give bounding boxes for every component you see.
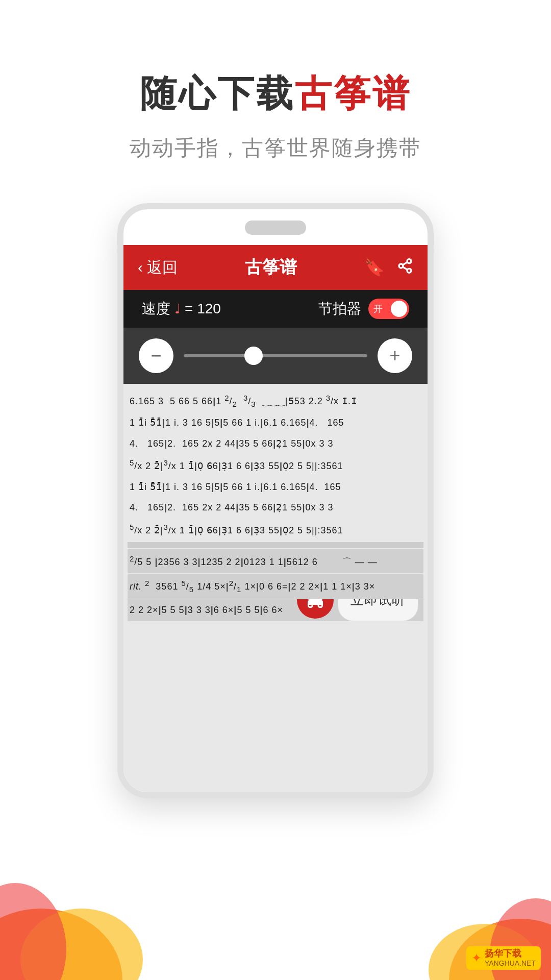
main-title: 随心下载古筝谱: [0, 71, 551, 115]
app-header: ‹ 返回 古筝谱 🔖: [123, 245, 428, 290]
minus-icon: −: [151, 345, 161, 366]
music-row-1: 6.165 3 5 66 5 66|1 2/2 3/3 ‿‿‿|5̄53 2.2…: [128, 389, 423, 412]
app-title: 古筝谱: [245, 256, 297, 279]
phone-screen: ‹ 返回 古筝谱 🔖 速度 ♩: [123, 245, 428, 792]
music-row-9: rit. 2 3561 5/5 1/4 5×|2/1 1×|0 6 6=|2 2…: [128, 574, 423, 599]
speed-value: = 120: [185, 301, 221, 317]
note-icon: ♩: [174, 301, 181, 317]
metronome-toggle[interactable]: 开: [368, 299, 409, 319]
svg-line-10: [403, 262, 407, 265]
watermark-icon: ✦: [471, 951, 482, 965]
music-row-2: 1 1̄i 5̄1̄|1 i. 3 16 5|5|5 66 1 i.|6.1 6…: [128, 413, 423, 433]
slider-thumb: [244, 347, 263, 365]
toggle-knob: [391, 301, 407, 317]
svg-point-8: [407, 268, 411, 273]
svg-line-9: [403, 267, 407, 270]
speed-slider[interactable]: [184, 354, 367, 357]
decrease-button[interactable]: −: [139, 338, 173, 373]
music-row-5: 1 1̄i 5̄1̄|1 i. 3 16 5|5|5 66 1 i.|6.1 6…: [128, 477, 423, 498]
share-icon[interactable]: [397, 258, 413, 278]
music-row-3: 4. 165|2. 165 2x 2 44|35 5 66|2̣1 55|0x …: [128, 434, 423, 454]
listen-icon: [297, 599, 334, 619]
svg-point-1: [20, 909, 143, 980]
music-row-4: 5/x 2 2̄|3/x 1 1̄|0̣ 6̄6|3̣1 6 6|3̣3 55|…: [128, 454, 423, 477]
back-chevron-icon: ‹: [138, 259, 143, 276]
listen-button-container[interactable]: 立即试听: [297, 599, 418, 622]
svg-point-7: [399, 264, 403, 268]
toggle-on-label: 开: [373, 303, 383, 315]
phone-container: ‹ 返回 古筝谱 🔖 速度 ♩: [0, 203, 551, 798]
watermark: ✦ 扬华下载 YANGHUA.NET: [466, 946, 541, 970]
slider-area: − +: [123, 328, 428, 384]
title-highlight: 古筝谱: [295, 73, 411, 114]
header-icons: 🔖: [364, 258, 413, 278]
speed-section: 速度 ♩ = 120: [142, 299, 221, 318]
svg-point-6: [407, 259, 411, 263]
music-row-6: 4. 165|2. 165 2x 2 44|35 5 66|2̣1 55|0x …: [128, 498, 423, 518]
metronome-label: 节拍器: [318, 299, 361, 318]
title-part1: 随心下载: [140, 73, 295, 114]
phone-mockup: ‹ 返回 古筝谱 🔖 速度 ♩: [117, 203, 434, 798]
phone-speaker: [245, 220, 306, 235]
plus-icon: +: [389, 345, 400, 366]
back-label: 返回: [147, 257, 178, 278]
back-button[interactable]: ‹ 返回: [138, 257, 178, 278]
watermark-text: 扬华下载: [485, 948, 536, 960]
header-section: 随心下载古筝谱 动动手指，古筝世界随身携带: [0, 0, 551, 193]
svg-point-0: [0, 909, 122, 980]
music-row-8: 2/5 5 |2356 3 3|1235 2 2|0123 1 1|5612 6…: [128, 549, 423, 574]
speed-bar: 速度 ♩ = 120 节拍器 开: [123, 290, 428, 328]
metronome-section: 节拍器 开: [318, 299, 409, 319]
speed-text: 速度: [142, 299, 170, 318]
decor-left: [0, 817, 153, 980]
increase-button[interactable]: +: [378, 338, 412, 373]
subtitle: 动动手指，古筝世界随身携带: [0, 134, 551, 162]
sheet-music: 6.165 3 5 66 5 66|1 2/2 3/3 ‿‿‿|5̄53 2.2…: [123, 384, 428, 792]
section-separator: [128, 542, 423, 548]
bookmark-icon[interactable]: 🔖: [364, 258, 385, 277]
listen-label[interactable]: 立即试听: [338, 599, 418, 622]
svg-point-2: [0, 883, 66, 980]
music-row-7: 5/x 2 2̄|3/x 1 1̄|0̣ 6̄6|3̣1 6 6|3̣3 55|…: [128, 519, 423, 541]
watermark-url: YANGHUA.NET: [485, 959, 536, 968]
music-row-10: 2 2 2×|5 5 5|3 3 3|6 6×|5 5 5|6 6× 立即试听: [128, 599, 423, 622]
